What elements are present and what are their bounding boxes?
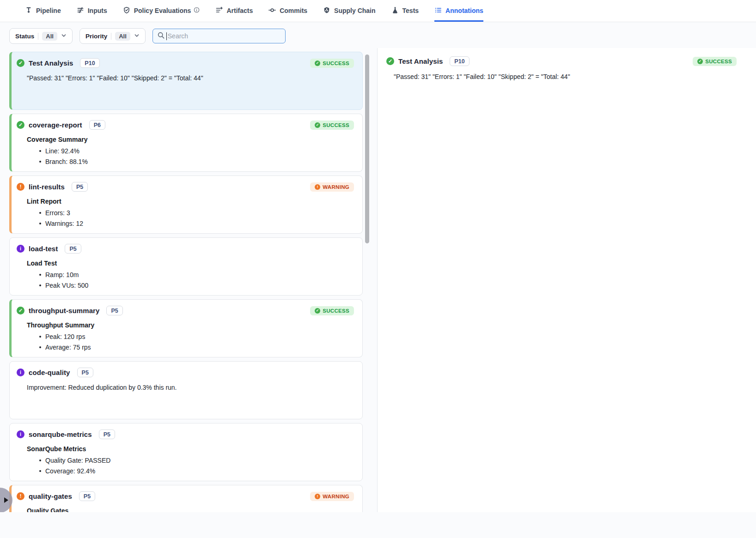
bullet-item: Errors: 3 [39,208,354,218]
filters-toolbar: Status All Priority All [0,22,756,48]
annotations-view: Test Analysis P10 SUCCESS "Passed: 31" "… [0,48,756,512]
status-filter-label: Status [15,33,34,40]
status-badge-label: WARNING [323,184,349,190]
commits-icon [268,6,276,15]
annotation-bullets: Quality Gate: PASSEDCoverage: 92.4% [27,455,354,477]
card-body: Load Test Ramp: 10mPeak VUs: 500 [10,254,362,291]
info-icon [194,7,200,14]
tab-commits[interactable]: Commits [268,0,307,22]
status-badge-icon [315,122,320,128]
priority-badge: P5 [65,244,81,254]
status-filter-dropdown[interactable]: Status All [9,28,73,44]
annotation-heading: Quality Gates [27,507,354,512]
annotation-text: "Passed: 31" "Errors: 1" "Failed: 10" "S… [27,73,354,83]
annotation-text: Improvement: Reduced duplication by 0.3%… [27,383,354,392]
tab-tests[interactable]: Tests [391,0,419,22]
bullet-item: Coverage: 92.4% [39,466,354,477]
tab-inputs[interactable]: Inputs [77,0,107,22]
annotation-card[interactable]: coverage-report P6 SUCCESS Coverage Summ… [9,114,363,172]
status-badge-label: SUCCESS [323,60,349,66]
artifacts-icon [215,6,223,15]
status-badge-icon [315,184,320,190]
annotations-icon [434,6,442,15]
bullet-item: Line: 92.4% [39,146,354,157]
text-cursor [166,32,167,40]
card-body: Improvement: Reduced duplication by 0.3%… [10,377,362,392]
bullet-item: Quality Gate: PASSED [39,455,354,466]
tab-label: Pipeline [36,7,61,14]
bullet-item: Ramp: 10m [39,270,354,280]
tab-label: Artifacts [226,7,253,14]
chevron-right-icon [4,497,8,503]
tab-policy-evaluations[interactable]: Policy Evaluations [123,0,200,22]
tab-supply-chain[interactable]: Supply Chain [323,0,375,22]
info-icon [17,430,24,438]
annotation-bullets: Ramp: 10mPeak VUs: 500 [27,270,354,291]
detail-body-text: "Passed: 31" "Errors: 1" "Failed: 10" "S… [394,72,737,81]
card-header: Test Analysis P10 SUCCESS [12,52,362,68]
success-icon [17,307,24,314]
annotation-title: code-quality [29,369,70,376]
footer-spacer [0,512,756,538]
annotation-card[interactable]: throughput-summary P5 SUCCESS Throughput… [9,299,363,357]
warning-icon [17,183,24,191]
card-body: Quality Gates [12,501,362,512]
success-icon [17,59,24,67]
annotation-title: Test Analysis [29,59,73,67]
annotation-card[interactable]: code-quality P5 Improvement: Reduced dup… [9,361,363,419]
annotation-card[interactable]: sonarqube-metrics P5 SonarQube Metrics Q… [9,423,363,481]
priority-filter-label: Priority [85,33,107,40]
policy-evaluations-icon [123,6,130,15]
card-header: coverage-report P6 SUCCESS [12,114,362,130]
annotation-card[interactable]: Test Analysis P10 SUCCESS "Passed: 31" "… [9,52,363,110]
status-badge-label: SUCCESS [323,308,349,314]
annotation-heading: Coverage Summary [27,135,354,144]
annotation-title: sonarqube-metrics [29,430,92,438]
annotation-card[interactable]: load-test P5 Load Test Ramp: 10mPeak VUs… [9,237,363,296]
warning-icon [17,492,24,500]
supply-chain-icon [323,6,330,15]
card-body: Lint Report Errors: 3Warnings: 12 [12,192,362,229]
priority-badge: P10 [80,58,99,68]
priority-badge: P5 [72,182,88,192]
bullet-item: Average: 75 rps [39,342,354,353]
priority-filter-dropdown[interactable]: Priority All [79,28,146,44]
priority-badge: P5 [79,491,95,501]
status-filter-value: All [42,32,57,41]
info-icon [17,369,24,376]
annotation-heading: Throughput Summary [27,321,354,330]
annotation-title: quality-gates [29,492,72,500]
annotation-detail-panel: Test Analysis P10 SUCCESS "Passed: 31" "… [377,48,756,512]
card-body: Coverage Summary Line: 92.4%Branch: 88.1… [12,130,362,167]
card-header: sonarqube-metrics P5 [10,423,362,439]
scrollbar-thumb[interactable] [365,54,369,243]
tab-label: Commits [280,7,307,14]
status-badge: SUCCESS [310,306,354,315]
annotation-card[interactable]: quality-gates P5 WARNING Quality Gates [9,485,363,512]
tab-artifacts[interactable]: Artifacts [215,0,253,22]
search-input[interactable] [167,29,282,43]
tab-pipeline[interactable]: Pipeline [25,0,61,22]
inputs-icon [77,6,84,15]
divider [111,33,111,40]
annotation-bullets: Peak: 120 rpsAverage: 75 rps [27,332,354,353]
detail-title: Test Analysis [398,57,443,65]
tab-annotations[interactable]: Annotations [434,0,483,22]
annotation-heading: Lint Report [27,197,354,206]
search-box [152,29,286,43]
status-badge-icon [315,60,320,66]
bullet-item: Branch: 88.1% [39,157,354,167]
status-badge: WARNING [310,492,354,501]
annotation-card[interactable]: lint-results P5 WARNING Lint Report Erro… [9,175,363,234]
annotation-title: lint-results [29,183,65,191]
status-badge: WARNING [310,182,354,192]
priority-badge: P5 [106,306,122,315]
bullet-item: Peak: 120 rps [39,332,354,342]
annotation-heading: SonarQube Metrics [27,445,354,453]
bullet-item: Warnings: 12 [39,218,354,229]
chevron-down-icon [61,33,67,40]
status-badge-icon [315,308,320,314]
tab-label: Policy Evaluations [134,7,191,14]
annotation-bullets: Line: 92.4%Branch: 88.1% [27,146,354,167]
card-header: throughput-summary P5 SUCCESS [12,300,362,315]
